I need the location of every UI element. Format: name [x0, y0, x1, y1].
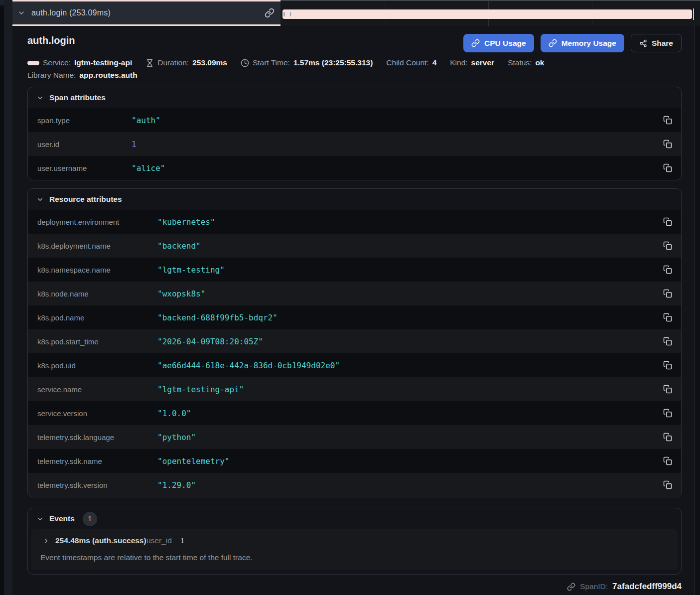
copy-icon [663, 409, 672, 418]
timeline-track[interactable] [280, 0, 700, 26]
copy-button[interactable] [661, 311, 674, 324]
copy-button[interactable] [661, 138, 674, 150]
service-value: lgtm-testing-api [74, 58, 132, 67]
attribute-key: telemetry.sdk.name [37, 457, 157, 465]
span-attributes-section: Span attributes span.type "auth" user.id… [27, 87, 682, 180]
chevron-down-icon [17, 9, 25, 17]
duration-value: 253.09ms [192, 58, 227, 67]
status-group: Status: ok [508, 58, 544, 67]
event-title: 254.48ms (auth.success) [55, 536, 146, 545]
copy-icon [663, 385, 672, 394]
kind-label: Kind: [450, 58, 467, 67]
duration-group: Duration: 253.09ms [145, 58, 227, 67]
right-gutter [694, 26, 700, 595]
event-tick [290, 12, 291, 16]
resource-attributes-header[interactable]: Resource attributes [28, 189, 681, 210]
chevron-down-icon [36, 94, 44, 102]
copy-button[interactable] [661, 215, 674, 228]
service-group: Service: lgtm-testing-api [27, 58, 132, 67]
attribute-value: "opentelemetry" [157, 456, 230, 466]
copy-icon [663, 265, 672, 274]
attribute-row: user.id 1 [28, 132, 681, 156]
copy-button[interactable] [661, 407, 674, 420]
resource-attributes-rows: deployment.environment "kubernetes" k8s.… [28, 210, 681, 497]
attribute-value: 1 [132, 140, 137, 149]
attribute-row: span.type "auth" [28, 108, 681, 132]
kind-value: server [471, 58, 495, 67]
attribute-row: deployment.environment "kubernetes" [28, 210, 681, 234]
section-title: Events [49, 514, 75, 523]
copy-button[interactable] [661, 161, 674, 174]
attribute-value: "backend" [157, 241, 201, 251]
attribute-value: "lgtm-testing" [157, 265, 225, 275]
selected-span-tree-row[interactable]: auth.login (253.09ms) [12, 0, 280, 26]
copy-button[interactable] [661, 114, 674, 127]
attribute-row: k8s.namespace.name "lgtm-testing" [28, 258, 681, 282]
events-header[interactable]: Events 1 [28, 508, 681, 529]
child-count-value: 4 [432, 58, 437, 67]
start-time-group: Start Time: 1.57ms (23:25:55.313) [241, 58, 373, 67]
copy-icon [663, 140, 672, 149]
link-icon[interactable] [265, 8, 275, 18]
attribute-value: "auth" [132, 116, 160, 125]
child-count-label: Child Count: [386, 58, 428, 67]
section-title: Resource attributes [49, 195, 122, 204]
copy-button[interactable] [661, 478, 674, 491]
copy-button[interactable] [661, 431, 674, 444]
attribute-row: service.version "1.0.0" [28, 401, 681, 425]
kind-group: Kind: server [450, 58, 494, 67]
attribute-value: "1.0.0" [157, 409, 191, 418]
attribute-key: telemetry.sdk.version [37, 481, 157, 489]
child-count-group: Child Count: 4 [386, 58, 436, 67]
copy-button[interactable] [661, 263, 674, 276]
attribute-key: service.name [37, 385, 157, 394]
attribute-key: span.type [37, 116, 132, 125]
attribute-key: telemetry.sdk.language [37, 433, 157, 442]
events-content: 254.48ms (auth.success) user_id1 Event t… [31, 529, 678, 570]
attribute-row: k8s.node.name "wxopsk8s" [28, 282, 681, 305]
events-section: Events 1 254.48ms (auth.success) user_id… [27, 508, 682, 575]
share-label: Share [652, 39, 673, 48]
events-count-badge: 1 [83, 512, 97, 526]
status-value: ok [535, 58, 544, 67]
attribute-row: telemetry.sdk.name "opentelemetry" [28, 449, 681, 473]
copy-button[interactable] [661, 335, 674, 348]
cpu-usage-button[interactable]: CPU Usage [463, 34, 534, 52]
copy-icon [663, 433, 672, 442]
service-label: Service: [43, 58, 71, 67]
share-button[interactable]: Share [631, 34, 682, 52]
memory-usage-button[interactable]: Memory Usage [541, 34, 624, 52]
event-row[interactable]: 254.48ms (auth.success) user_id1 [31, 529, 678, 552]
copy-button[interactable] [661, 359, 674, 372]
copy-icon [663, 361, 672, 370]
attribute-key: k8s.pod.name [37, 313, 157, 322]
span-duration-bar[interactable] [282, 9, 692, 19]
copy-button[interactable] [661, 239, 674, 252]
copy-button[interactable] [661, 287, 674, 300]
copy-button[interactable] [661, 383, 674, 396]
attribute-value: "wxopsk8s" [157, 289, 205, 298]
library-group: Library Name: app.routes.auth [27, 71, 138, 80]
chevron-down-icon [36, 196, 44, 203]
attribute-value: "ae66d444-618e-442a-836d-0cb1949d02e0" [157, 361, 340, 370]
clock-icon [241, 59, 249, 67]
copy-button[interactable] [661, 454, 674, 467]
attribute-row: user.username "alice" [28, 156, 681, 180]
copy-icon [663, 456, 672, 465]
span-id-label: SpanID: [580, 582, 608, 591]
copy-icon [663, 116, 672, 125]
attribute-key: service.version [37, 409, 157, 418]
copy-icon [663, 337, 672, 346]
attribute-key: deployment.environment [37, 218, 157, 226]
panel-header: auth.login CPU Usage Memory Usage Share [27, 26, 682, 52]
attribute-value: "kubernetes" [157, 217, 215, 227]
attribute-row: k8s.pod.uid "ae66d444-618e-442a-836d-0cb… [28, 353, 681, 377]
header-actions: CPU Usage Memory Usage Share [463, 34, 682, 52]
gutter-corner [0, 0, 4, 5]
status-label: Status: [508, 58, 532, 67]
attribute-row: k8s.deployment.name "backend" [28, 234, 681, 258]
copy-icon [663, 289, 672, 298]
attribute-key: user.username [37, 164, 132, 172]
start-time-value: 1.57ms (23:25:55.313) [293, 58, 373, 67]
span-attributes-header[interactable]: Span attributes [28, 87, 681, 108]
